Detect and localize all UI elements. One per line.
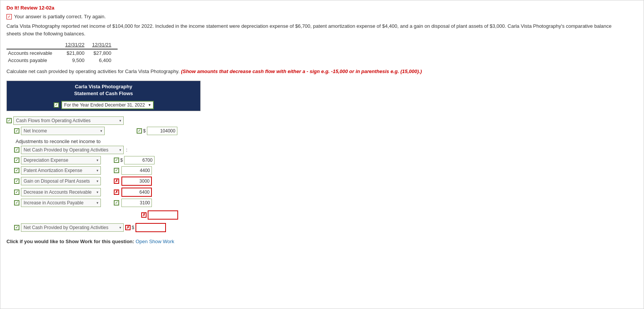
section1-checkbox[interactable]: ✓ [6,118,12,123]
patent-checkbox[interactable]: ✓ [14,168,19,173]
section1-row: ✓ Cash Flows from Operating Activities [6,116,638,125]
gain-input[interactable] [121,177,152,186]
colon: : [126,147,128,153]
statement-title: Statement of Cash Flows [10,90,197,97]
balance-val-ar-2: $27,800 [91,49,118,57]
open-show-work-link[interactable]: Open Show Work [135,239,174,244]
patent-amount-checkbox[interactable]: ✓ [114,168,119,173]
net-cash-row1: ✓ Net Cash Provided by Operating Activit… [14,146,638,154]
net-cash-final-checkbox[interactable]: ✓ [14,225,19,230]
gain-select[interactable]: Gain on Disposal of Plant Assets [21,177,101,185]
depreciation-dollar: $ [120,158,123,163]
net-income-input[interactable]: 104000 [147,127,177,135]
net-cash-final-amount-checkbox[interactable]: ✗ [125,225,131,230]
calculate-note: (Show amounts that decrease cash flow wi… [181,68,422,74]
adjustments-label: Adjustments to reconcile net income to [16,139,638,144]
decrease-ar-input[interactable] [121,188,152,197]
net-income-dollar: $ [143,128,146,134]
balance-col-label [6,41,64,49]
balance-label-ar: Accounts receivable [6,49,64,57]
net-cash1-select[interactable]: Net Cash Provided by Operating Activitie… [21,146,124,154]
statement-company: Carla Vista Photography [10,83,197,90]
balance-col-date1: 12/31/22 [64,41,91,49]
increase-ap-amount-checkbox[interactable]: ✓ [114,200,119,205]
patent-row: ✓ Patent Amortization Expense ✓ [14,166,638,175]
show-work-row: Click if you would like to Show Work for… [6,239,638,244]
statement-box: Carla Vista Photography Statement of Cas… [6,81,201,111]
gain-row: ✓ Gain on Disposal of Plant Assets ✗ [14,177,638,186]
subtotal-checkbox[interactable]: ✗ [141,212,147,218]
partial-correct-icon: ✓ [6,14,12,19]
balance-row-ar: Accounts receivable $21,800 $27,800 [6,49,118,57]
increase-ap-select[interactable]: Increase in Accounts Payable [21,199,101,207]
balance-val-ar-1: $21,800 [64,49,91,57]
balance-val-ap-2: 6,400 [91,57,118,64]
balance-val-ap-1: 9,500 [64,57,91,64]
net-cash-final-select[interactable]: Net Cash Provided by Operating Activitie… [21,223,124,232]
section1-select[interactable]: Cash Flows from Operating Activities [13,116,124,125]
net-cash-final-row: ✓ Net Cash Provided by Operating Activit… [14,223,638,232]
decrease-ar-row: ✓ Decrease in Accounts Receivable ✗ [14,188,638,197]
date-checkbox[interactable]: ✓ [54,102,59,108]
balance-sheet-table: 12/31/22 12/31/21 Accounts receivable $2… [6,41,118,64]
net-income-row: ✓ Net Income ✓ $ 104000 [14,127,638,135]
subtotal-input[interactable] [148,210,178,220]
increase-ap-checkbox[interactable]: ✓ [14,200,19,205]
depreciation-input[interactable] [124,156,155,164]
decrease-ar-select[interactable]: Decrease in Accounts Receivable [21,188,101,196]
page-title: Do It! Review 12-02a [6,5,638,11]
gain-checkbox[interactable]: ✓ [14,178,19,184]
patent-select[interactable]: Patent Amortization Expense [21,166,101,175]
patent-input[interactable] [121,166,152,175]
net-cash-final-dollar: $ [132,225,134,230]
partial-correct-text: Your answer is partially correct. Try ag… [14,14,106,19]
show-work-label: Click if you would like to Show Work for… [6,239,134,244]
subtotal-row: ✗ [14,210,638,220]
balance-row-ap: Accounts payable 9,500 6,400 [6,57,118,64]
net-cash1-checkbox[interactable]: ✓ [14,147,19,153]
net-income-checkbox[interactable]: ✓ [14,128,19,134]
decrease-ar-amount-checkbox[interactable]: ✗ [114,190,119,195]
cash-flow-form: ✓ Cash Flows from Operating Activities ✓… [6,116,638,234]
calculate-instruction: Calculate net cash provided by operating… [6,68,638,75]
balance-label-ap: Accounts payable [6,57,64,64]
decrease-ar-checkbox[interactable]: ✓ [14,190,19,195]
gain-amount-checkbox[interactable]: ✗ [114,178,119,184]
depreciation-amount-checkbox[interactable]: ✓ [114,158,119,163]
date-select[interactable]: For the Year Ended December 31, 2022 For… [61,101,154,109]
increase-ap-row: ✓ Increase in Accounts Payable ✓ [14,199,638,207]
net-cash-final-input[interactable] [135,223,166,232]
net-income-amount-checkbox[interactable]: ✓ [137,128,142,134]
problem-description: Carla Vista Photography reported net inc… [6,22,615,37]
increase-ap-input[interactable] [121,199,152,207]
depreciation-row: ✓ Depreciation Expense ✓ $ [14,156,638,164]
depreciation-checkbox[interactable]: ✓ [14,158,19,163]
depreciation-select[interactable]: Depreciation Expense [21,156,101,164]
net-income-select[interactable]: Net Income [21,127,105,135]
balance-col-date2: 12/31/21 [91,41,118,49]
